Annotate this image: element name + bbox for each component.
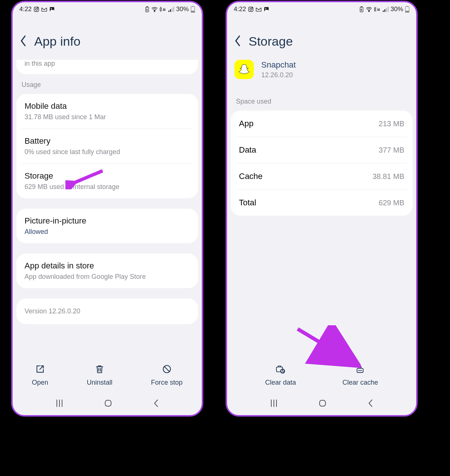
app-name: Snapchat (261, 60, 296, 70)
volte-icon (374, 7, 381, 12)
svg-rect-11 (173, 7, 174, 12)
clear-data-label: Clear data (265, 379, 296, 387)
recents-button[interactable] (55, 399, 64, 409)
cache-size-row: Cache 38.81 MB (231, 163, 412, 189)
space-used-card: App 213 MB Data 377 MB Cache 38.81 MB To… (231, 111, 412, 216)
clear-cache-icon (355, 364, 365, 376)
wifi-icon (366, 7, 372, 12)
battery-icon (405, 6, 409, 13)
svg-rect-16 (105, 400, 111, 406)
back-nav-button[interactable] (153, 399, 159, 409)
battery-status-icon (359, 6, 364, 12)
open-button[interactable]: Open (32, 364, 48, 387)
svg-point-25 (369, 11, 369, 12)
app-size-value: 213 MB (379, 120, 404, 128)
phone-left-app-info: 4:22 30% (11, 1, 203, 417)
store-row[interactable]: App details in store App downloaded from… (16, 254, 198, 288)
recents-button[interactable] (269, 399, 278, 409)
svg-rect-27 (384, 9, 385, 12)
gmail-icon (41, 7, 47, 12)
snapchat-app-icon (234, 60, 254, 79)
data-size-row: Data 377 MB (231, 137, 412, 163)
gallery-icon (49, 6, 55, 12)
signal-icon (168, 7, 174, 12)
bottom-action-bar: Open Uninstall Force stop (13, 356, 202, 393)
total-size-value: 629 MB (379, 199, 404, 207)
force-stop-label: Force stop (151, 379, 182, 387)
pip-row[interactable]: Picture-in-picture Allowed (16, 209, 198, 243)
svg-rect-9 (170, 9, 171, 12)
battery-percent: 30% (176, 6, 189, 13)
data-size-value: 377 MB (379, 146, 404, 154)
pip-sub: Allowed (25, 228, 190, 236)
back-button[interactable] (20, 35, 27, 48)
mobile-data-title: Mobile data (25, 101, 190, 111)
clear-data-icon (275, 364, 286, 376)
app-size-label: App (239, 119, 253, 128)
svg-point-1 (35, 8, 37, 10)
svg-point-4 (51, 8, 52, 9)
store-title: App details in store (25, 261, 190, 271)
pip-card: Picture-in-picture Allowed (16, 209, 198, 243)
android-nav-bar (227, 393, 416, 415)
svg-rect-24 (361, 7, 362, 7)
open-label: Open (32, 379, 48, 387)
page-title: Storage (249, 34, 293, 49)
open-icon (35, 364, 45, 376)
android-nav-bar (13, 393, 202, 415)
mobile-data-sub: 31.78 MB used since 1 Mar (25, 113, 190, 121)
pip-title: Picture-in-picture (25, 216, 190, 226)
wifi-icon (151, 7, 158, 12)
battery-row[interactable]: Battery 0% used since last fully charged (16, 129, 198, 163)
battery-status-icon (145, 6, 149, 12)
svg-rect-10 (172, 8, 173, 12)
status-time: 4:22 (19, 6, 32, 13)
back-nav-button[interactable] (367, 399, 374, 409)
usage-card: Mobile data 31.78 MB used since 1 Mar Ba… (16, 94, 198, 198)
back-button[interactable] (234, 35, 241, 48)
svg-rect-37 (320, 400, 326, 406)
svg-rect-28 (386, 8, 387, 12)
svg-rect-32 (405, 11, 409, 13)
storage-title: Storage (25, 171, 190, 181)
cache-size-label: Cache (239, 172, 263, 181)
version-text: Version 12.26.0.20 (25, 307, 190, 315)
svg-rect-29 (388, 7, 389, 12)
battery-icon (191, 6, 195, 13)
page-title: App info (34, 34, 81, 49)
mobile-data-row[interactable]: Mobile data 31.78 MB used since 1 Mar (16, 94, 198, 128)
screen-header: App info (13, 16, 202, 60)
home-button[interactable] (318, 399, 327, 409)
volte-icon (160, 7, 166, 12)
instagram-icon (33, 6, 39, 12)
battery-title: Battery (25, 136, 190, 146)
bottom-action-bar: Clear data Clear cache (227, 356, 416, 393)
space-used-label: Space used (227, 98, 416, 111)
storage-sub: 629 MB used in Internal storage (25, 183, 190, 191)
storage-row[interactable]: Storage 629 MB used in Internal storage (16, 164, 198, 198)
truncated-card: in this app (16, 60, 198, 74)
gallery-icon (263, 6, 269, 12)
home-button[interactable] (104, 399, 113, 409)
svg-point-22 (265, 8, 266, 9)
uninstall-label: Uninstall (87, 379, 112, 387)
clear-cache-label: Clear cache (342, 379, 378, 387)
signal-icon (383, 7, 389, 12)
force-stop-button[interactable]: Force stop (151, 364, 182, 387)
battery-percent: 30% (391, 6, 403, 13)
svg-rect-6 (146, 7, 148, 7)
phone-right-storage: 4:22 30% (226, 1, 418, 417)
app-size-row: App 213 MB (231, 111, 412, 137)
svg-point-7 (154, 11, 155, 12)
total-size-label: Total (239, 198, 256, 208)
svg-point-20 (252, 8, 252, 8)
clear-data-button[interactable]: Clear data (265, 364, 296, 387)
usage-section-label: Usage (13, 81, 202, 94)
stop-icon (162, 364, 172, 376)
clear-cache-button[interactable]: Clear cache (342, 364, 378, 387)
total-size-row: Total 629 MB (231, 190, 412, 216)
gmail-icon (256, 7, 262, 12)
svg-point-2 (38, 8, 38, 8)
uninstall-button[interactable]: Uninstall (87, 364, 112, 387)
svg-rect-8 (168, 11, 169, 12)
